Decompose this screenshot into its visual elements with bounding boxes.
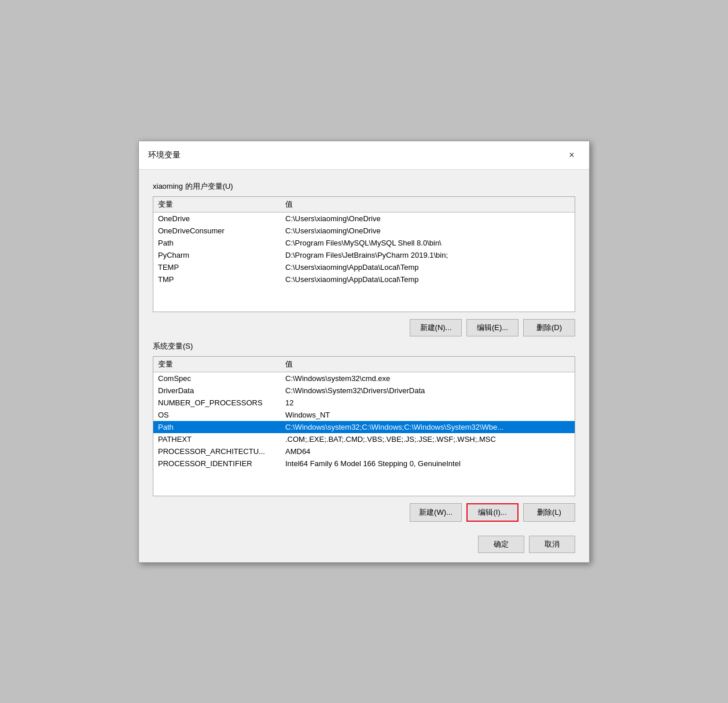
system-table-scroll[interactable]: 变量 值 ComSpecC:\Windows\system32\cmd.exeD…: [153, 357, 575, 496]
user-var-cell: Path: [153, 237, 281, 249]
cancel-button[interactable]: 取消: [529, 536, 575, 553]
user-variables-table: 变量 值 OneDriveC:\Users\xiaoming\OneDriveO…: [153, 197, 575, 285]
system-variables-section: 系统变量(S) 变量 值 ComSpecC:\Windows\system32\…: [153, 341, 575, 522]
user-table-row[interactable]: TEMPC:\Users\xiaoming\AppData\Local\Temp: [153, 261, 575, 273]
user-val-cell: C:\Users\xiaoming\OneDrive: [281, 212, 575, 225]
system-col-var-header: 变量: [153, 357, 281, 372]
system-edit-button[interactable]: 编辑(I)...: [466, 503, 519, 522]
system-var-cell: Path: [153, 421, 281, 433]
system-variables-table-container: 变量 值 ComSpecC:\Windows\system32\cmd.exeD…: [153, 356, 575, 496]
user-var-cell: TMP: [153, 273, 281, 285]
user-table-row[interactable]: OneDriveC:\Users\xiaoming\OneDrive: [153, 212, 575, 225]
system-var-cell: NUMBER_OF_PROCESSORS: [153, 397, 281, 409]
user-delete-button[interactable]: 删除(D): [523, 319, 575, 336]
user-table-row[interactable]: PyCharmD:\Program Files\JetBrains\PyChar…: [153, 249, 575, 261]
system-val-cell: C:\Windows\System32\Drivers\DriverData: [281, 385, 575, 397]
system-table-row[interactable]: PathC:\Windows\system32;C:\Windows;C:\Wi…: [153, 421, 575, 433]
system-val-cell: .COM;.EXE;.BAT;.CMD;.VBS;.VBE;.JS;.JSE;.…: [281, 433, 575, 445]
system-table-row[interactable]: OSWindows_NT: [153, 409, 575, 421]
system-var-cell: OS: [153, 409, 281, 421]
system-delete-button[interactable]: 删除(L): [523, 503, 575, 522]
system-table-row[interactable]: PROCESSOR_ARCHITECTU...AMD64: [153, 445, 575, 457]
system-var-cell: PATHEXT: [153, 433, 281, 445]
user-new-button[interactable]: 新建(N)...: [410, 319, 462, 336]
user-val-cell: C:\Users\xiaoming\AppData\Local\Temp: [281, 261, 575, 273]
user-table-row[interactable]: PathC:\Program Files\MySQL\MySQL Shell 8…: [153, 237, 575, 249]
dialog-body: xiaoming 的用户变量(U) 变量 值 OneDriveC:\Users\…: [139, 170, 589, 562]
system-val-cell: Intel64 Family 6 Model 166 Stepping 0, G…: [281, 457, 575, 470]
user-col-var-header: 变量: [153, 197, 281, 213]
user-table-body: OneDriveC:\Users\xiaoming\OneDriveOneDri…: [153, 212, 575, 285]
user-var-cell: OneDriveConsumer: [153, 225, 281, 237]
system-var-cell: ComSpec: [153, 372, 281, 385]
system-table-row[interactable]: PATHEXT.COM;.EXE;.BAT;.CMD;.VBS;.VBE;.JS…: [153, 433, 575, 445]
user-var-cell: OneDrive: [153, 212, 281, 225]
system-table-row[interactable]: ComSpecC:\Windows\system32\cmd.exe: [153, 372, 575, 385]
dialog-title: 环境变量: [148, 150, 181, 160]
user-col-val-header: 值: [281, 197, 575, 213]
user-var-cell: TEMP: [153, 261, 281, 273]
ok-button[interactable]: 确定: [478, 536, 524, 553]
system-val-cell: Windows_NT: [281, 409, 575, 421]
system-col-val-header: 值: [281, 357, 575, 372]
user-table-row[interactable]: OneDriveConsumerC:\Users\xiaoming\OneDri…: [153, 225, 575, 237]
system-val-cell: C:\Windows\system32;C:\Windows;C:\Window…: [281, 421, 575, 433]
user-val-cell: D:\Program Files\JetBrains\PyCharm 2019.…: [281, 249, 575, 261]
user-val-cell: C:\Users\xiaoming\OneDrive: [281, 225, 575, 237]
user-edit-button[interactable]: 编辑(E)...: [466, 319, 519, 336]
bottom-buttons-row: 确定 取消: [153, 531, 575, 553]
user-variables-section: xiaoming 的用户变量(U) 变量 值 OneDriveC:\Users\…: [153, 181, 575, 336]
close-button[interactable]: ×: [564, 147, 580, 163]
user-table-header: 变量 值: [153, 197, 575, 213]
system-val-cell: C:\Windows\system32\cmd.exe: [281, 372, 575, 385]
user-buttons-row: 新建(N)... 编辑(E)... 删除(D): [153, 319, 575, 336]
system-table-row[interactable]: DriverDataC:\Windows\System32\Drivers\Dr…: [153, 385, 575, 397]
system-var-cell: PROCESSOR_IDENTIFIER: [153, 457, 281, 470]
system-table-row[interactable]: NUMBER_OF_PROCESSORS12: [153, 397, 575, 409]
system-val-cell: 12: [281, 397, 575, 409]
user-val-cell: C:\Program Files\MySQL\MySQL Shell 8.0\b…: [281, 237, 575, 249]
user-variables-table-container: 变量 值 OneDriveC:\Users\xiaoming\OneDriveO…: [153, 196, 575, 312]
title-bar: 环境变量 ×: [139, 141, 589, 170]
system-new-button[interactable]: 新建(W)...: [410, 503, 462, 522]
system-val-cell: AMD64: [281, 445, 575, 457]
system-var-cell: PROCESSOR_ARCHITECTU...: [153, 445, 281, 457]
user-section-label: xiaoming 的用户变量(U): [153, 181, 575, 192]
system-table-row[interactable]: PROCESSOR_IDENTIFIERIntel64 Family 6 Mod…: [153, 457, 575, 470]
system-table-header: 变量 值: [153, 357, 575, 372]
system-var-cell: DriverData: [153, 385, 281, 397]
system-section-label: 系统变量(S): [153, 341, 575, 352]
user-val-cell: C:\Users\xiaoming\AppData\Local\Temp: [281, 273, 575, 285]
env-variables-dialog: 环境变量 × xiaoming 的用户变量(U) 变量 值 OneDriveC:…: [138, 141, 590, 563]
user-var-cell: PyCharm: [153, 249, 281, 261]
system-variables-table: 变量 值 ComSpecC:\Windows\system32\cmd.exeD…: [153, 357, 575, 470]
system-table-body: ComSpecC:\Windows\system32\cmd.exeDriver…: [153, 372, 575, 470]
system-buttons-row: 新建(W)... 编辑(I)... 删除(L): [153, 503, 575, 522]
user-table-row[interactable]: TMPC:\Users\xiaoming\AppData\Local\Temp: [153, 273, 575, 285]
